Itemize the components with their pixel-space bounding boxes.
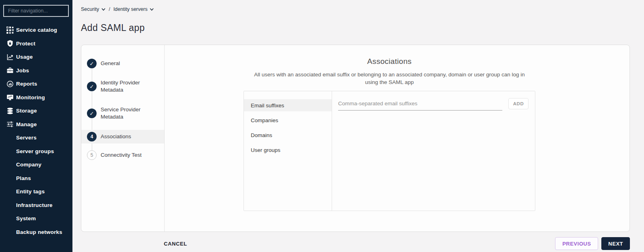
breadcrumb-separator: / [109,6,110,12]
wizard-panel: ✓ General ✓ Identity Provider Metadata ✓… [81,45,630,232]
cancel-button[interactable]: CANCEL [164,241,187,247]
sidebar-item-label: System [16,215,36,221]
step-number-circle: 5 [87,150,97,160]
sidebar-item-label: Backup networks [16,229,62,235]
monitor-icon [6,94,14,101]
sidebar-item-backup-networks[interactable]: Backup networks [0,225,72,239]
step-general[interactable]: ✓ General [81,59,164,68]
sidebar-item-label: Infrastructure [16,202,53,208]
tab-user-groups[interactable]: User groups [244,144,332,156]
step-label: Identity Provider Metadata [101,79,155,94]
sliders-icon [6,121,14,128]
tab-domains[interactable]: Domains [244,129,332,141]
sidebar-item-label: Manage [16,121,37,127]
sidebar-item-label: Company [16,162,41,168]
main-content: Security / Identity servers Add SAML app… [72,0,644,252]
next-button[interactable]: NEXT [601,237,630,250]
check-icon: ✓ [90,111,94,116]
step-identity-provider-metadata[interactable]: ✓ Identity Provider Metadata [81,79,164,94]
usage-chart-icon [6,53,14,61]
sidebar-item-usage[interactable]: Usage [0,50,72,64]
association-type-tabs: Email suffixes Companies Domains User gr… [244,91,332,211]
associations-heading: Associations [367,57,411,66]
step-service-provider-metadata[interactable]: ✓ Service Provider Metadata [81,106,164,121]
email-suffixes-input[interactable] [338,98,502,111]
sidebar-item-label: Monitoring [16,94,45,100]
sidebar-item-label: Reports [16,81,37,87]
page-title: Add SAML app [81,23,630,33]
step-done-circle: ✓ [87,59,97,68]
check-icon: ✓ [90,84,94,89]
sidebar-item-company[interactable]: Company [0,158,72,172]
sidebar-item-manage[interactable]: Manage [0,118,72,131]
step-done-circle: ✓ [87,109,97,118]
sidebar-item-protect[interactable]: Protect [0,37,72,51]
email-suffixes-panel: ADD [332,91,535,211]
database-icon [6,107,14,115]
filter-navigation-input[interactable] [3,5,69,17]
sidebar: Service catalog Protect Usage [0,0,72,252]
sidebar-item-server-groups[interactable]: Server groups [0,145,72,158]
sidebar-item-service-catalog[interactable]: Service catalog [0,23,72,37]
associations-description: All users with an associated email suffi… [249,71,530,86]
sidebar-item-servers[interactable]: Servers [0,131,72,145]
previous-button[interactable]: PREVIOUS [555,237,598,250]
wizard-stepper: ✓ General ✓ Identity Provider Metadata ✓… [81,45,165,232]
step-number-circle: 4 [87,132,97,141]
sidebar-item-label: Plans [16,175,31,181]
sidebar-item-label: Jobs [16,68,29,74]
sidebar-item-label: Usage [16,54,33,60]
wizard-footer: CANCEL PREVIOUS NEXT [81,237,630,250]
sidebar-item-plans[interactable]: Plans [0,172,72,185]
associations-box: Email suffixes Companies Domains User gr… [244,91,535,211]
associations-step-content: Associations All users with an associate… [165,45,630,232]
sidebar-item-monitoring[interactable]: Monitoring [0,91,72,104]
sidebar-item-entity-tags[interactable]: Entity tags [0,185,72,199]
shield-icon [6,40,14,47]
briefcase-icon [6,67,14,74]
tab-email-suffixes[interactable]: Email suffixes [244,99,332,111]
add-button[interactable]: ADD [508,98,528,109]
step-associations-active[interactable]: 4 Associations [81,130,164,143]
sidebar-item-jobs[interactable]: Jobs [0,64,72,78]
sidebar-item-label: Storage [16,108,37,114]
breadcrumb: Security / Identity servers [81,6,630,12]
chevron-down-icon [150,8,154,11]
tab-companies[interactable]: Companies [244,114,332,126]
step-label: Associations [101,133,131,140]
step-connectivity-test[interactable]: 5 Connectivity Test [81,150,164,160]
sidebar-item-reports[interactable]: Reports [0,77,72,91]
breadcrumb-label: Security [81,6,99,12]
sidebar-item-system[interactable]: System [0,212,72,225]
chevron-down-icon [101,8,105,11]
reports-icon [6,80,14,88]
breadcrumb-label: Identity servers [114,6,148,12]
sidebar-item-label: Servers [16,135,37,141]
breadcrumb-identity-servers-dropdown[interactable]: Identity servers [114,6,154,12]
sidebar-item-label: Service catalog [16,27,57,33]
breadcrumb-security-dropdown[interactable]: Security [81,6,105,12]
step-label: Service Provider Metadata [101,106,155,121]
footer-nav-buttons: PREVIOUS NEXT [555,237,630,250]
check-icon: ✓ [90,61,94,66]
service-catalog-icon [6,27,14,34]
sidebar-item-storage[interactable]: Storage [0,104,72,118]
sidebar-item-label: Entity tags [16,188,45,195]
step-label: General [101,60,120,67]
sidebar-item-label: Protect [16,41,35,47]
sidebar-item-infrastructure[interactable]: Infrastructure [0,199,72,212]
step-label: Connectivity Test [101,152,142,159]
sidebar-item-label: Server groups [16,148,54,154]
step-done-circle: ✓ [87,82,97,91]
